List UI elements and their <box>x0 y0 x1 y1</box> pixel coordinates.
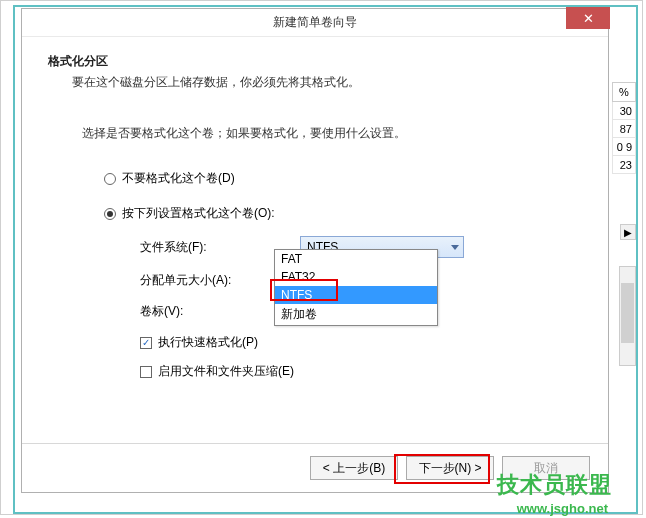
watermark-title: 技术员联盟 <box>497 470 612 500</box>
bg-cell: 30 <box>612 102 636 120</box>
radio-no-format[interactable]: 不要格式化这个卷(D) <box>104 170 582 187</box>
bg-column: % 30 87 0 9 23 <box>612 82 636 174</box>
scrollbar-thumb[interactable] <box>621 283 634 343</box>
radio-format-with[interactable]: 按下列设置格式化这个卷(O): <box>104 205 582 222</box>
radio-icon-checked <box>104 208 116 220</box>
highlight-box-ntfs <box>270 279 338 301</box>
bg-cell: 87 <box>612 120 636 138</box>
scroll-right-icon[interactable]: ▶ <box>620 224 636 240</box>
bg-cell: 0 9 <box>612 138 636 156</box>
description: 选择是否要格式化这个卷；如果要格式化，要使用什么设置。 <box>82 125 582 142</box>
check-label: 执行快速格式化(P) <box>158 334 258 351</box>
checkbox-icon-checked <box>140 337 152 349</box>
radio-icon <box>104 173 116 185</box>
close-button[interactable]: ✕ <box>566 7 610 29</box>
radio-label: 不要格式化这个卷(D) <box>122 170 235 187</box>
watermark-url: www.jsgho.net <box>517 501 608 516</box>
separator <box>22 443 608 444</box>
dropdown-item-fat[interactable]: FAT <box>275 250 437 268</box>
section-subtext: 要在这个磁盘分区上储存数据，你必须先将其格式化。 <box>72 74 582 91</box>
dialog-title: 新建简单卷向导 <box>273 14 357 31</box>
highlight-box-next <box>394 454 490 484</box>
title-bar: 新建简单卷向导 ✕ <box>22 9 608 37</box>
radio-label: 按下列设置格式化这个卷(O): <box>122 205 275 222</box>
chevron-down-icon <box>451 245 459 250</box>
checkbox-icon <box>140 366 152 378</box>
wizard-dialog: 新建简单卷向导 ✕ 格式化分区 要在这个磁盘分区上储存数据，你必须先将其格式化。… <box>21 8 609 493</box>
check-compress[interactable]: 启用文件和文件夹压缩(E) <box>140 363 582 380</box>
bg-col-header: % <box>612 82 636 102</box>
bg-cell: 23 <box>612 156 636 174</box>
dropdown-item-vol[interactable]: 新加卷 <box>275 304 437 325</box>
check-label: 启用文件和文件夹压缩(E) <box>158 363 294 380</box>
back-button[interactable]: < 上一步(B) <box>310 456 398 480</box>
scrollbar-vertical[interactable] <box>619 266 636 366</box>
check-quick-format[interactable]: 执行快速格式化(P) <box>140 334 582 351</box>
section-heading: 格式化分区 <box>48 53 582 70</box>
